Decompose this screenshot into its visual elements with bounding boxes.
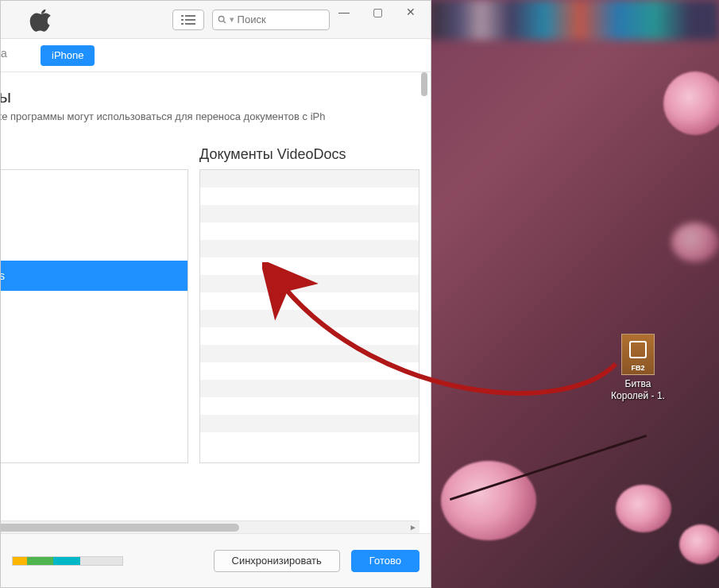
- window-controls: — ▢ ✕: [327, 2, 427, 21]
- decor-flower: [663, 72, 719, 135]
- file-ext-badge: FB2: [631, 364, 644, 372]
- svg-rect-3: [185, 19, 195, 21]
- svg-line-7: [223, 21, 226, 23]
- device-chip-iphone[interactable]: iPhone: [41, 45, 95, 66]
- search-icon: [218, 14, 226, 25]
- search-chevron-icon: ▾: [230, 14, 234, 25]
- document-row-empty: [200, 257, 419, 275]
- storage-usage-bar: [12, 556, 123, 566]
- file-icon: FB2: [621, 334, 655, 375]
- itunes-window: ▾ — ▢ ✕ а iPhone айлы ие ниже программы …: [0, 0, 431, 588]
- svg-rect-1: [185, 15, 195, 17]
- content-area: айлы ие ниже программы могут использоват…: [1, 72, 431, 533]
- document-row-empty: [200, 240, 419, 257]
- document-row-empty: [200, 432, 419, 450]
- document-row-empty: [200, 362, 419, 380]
- file-name: Битва Королей - 1.: [602, 378, 674, 402]
- storage-segment: [13, 557, 27, 565]
- document-row-empty: [200, 188, 419, 205]
- document-row-empty: [200, 310, 419, 327]
- minimize-button[interactable]: —: [327, 2, 361, 21]
- svg-point-6: [218, 17, 224, 22]
- list-view-button[interactable]: [172, 10, 204, 30]
- document-row-empty: [200, 292, 419, 310]
- document-row-empty: [200, 205, 419, 222]
- right-column-head: Документы VideoDocs: [199, 146, 419, 163]
- vertical-scroll-thumb[interactable]: [421, 72, 427, 96]
- document-row-empty: [200, 415, 419, 432]
- taskbar-blur: [429, 0, 719, 40]
- document-row-empty: [200, 222, 419, 240]
- documents-drop-area[interactable]: [199, 169, 419, 463]
- document-row-empty: [200, 397, 419, 415]
- desktop-background: FB2 Битва Королей - 1.: [0, 0, 719, 588]
- decor-flower: [616, 485, 671, 532]
- svg-rect-0: [181, 15, 184, 17]
- document-row-empty: [200, 170, 419, 188]
- horizontal-scrollbar[interactable]: ◄ ►: [1, 520, 419, 533]
- list-icon: [181, 14, 195, 25]
- vertical-scrollbar[interactable]: [418, 72, 431, 533]
- decor-flower: [679, 524, 719, 564]
- section-description: ие ниже программы могут использоваться д…: [1, 110, 419, 122]
- titlebar: ▾ — ▢ ✕: [1, 1, 431, 39]
- section-title: айлы: [1, 87, 419, 107]
- document-row-empty: [200, 345, 419, 362]
- storage-segment: [53, 557, 80, 565]
- search-input[interactable]: [238, 14, 324, 25]
- storage-segment: [80, 557, 122, 565]
- decor-flower: [671, 222, 719, 262]
- close-button[interactable]: ✕: [394, 2, 427, 21]
- svg-rect-5: [185, 23, 195, 25]
- svg-rect-4: [181, 23, 184, 25]
- decor-flower: [441, 461, 536, 540]
- footer-bar: Синхронизировать Готово: [1, 533, 431, 587]
- app-list-item[interactable]: :: [1, 200, 187, 230]
- apple-logo-icon: [29, 8, 53, 32]
- document-row-empty: [200, 275, 419, 292]
- app-list-item[interactable]: Docs: [1, 261, 187, 291]
- document-row-empty: [200, 380, 419, 397]
- app-list-item[interactable]: [1, 230, 187, 261]
- maximize-button[interactable]: ▢: [361, 2, 394, 21]
- left-column-head: ы: [1, 146, 188, 163]
- app-list-item[interactable]: [1, 170, 187, 200]
- done-button[interactable]: Готово: [351, 550, 419, 572]
- breadcrumb-trailing: а: [1, 47, 7, 60]
- search-box[interactable]: ▾: [212, 10, 330, 30]
- desktop-file-fb2[interactable]: FB2 Битва Королей - 1.: [602, 334, 674, 402]
- apps-list[interactable]: :Docs: [1, 169, 188, 463]
- storage-segment: [27, 557, 54, 565]
- device-bar: а iPhone: [1, 39, 431, 72]
- document-row-empty: [200, 327, 419, 345]
- svg-rect-2: [181, 19, 184, 21]
- scroll-thumb[interactable]: [1, 524, 239, 532]
- sync-button[interactable]: Синхронизировать: [214, 550, 340, 572]
